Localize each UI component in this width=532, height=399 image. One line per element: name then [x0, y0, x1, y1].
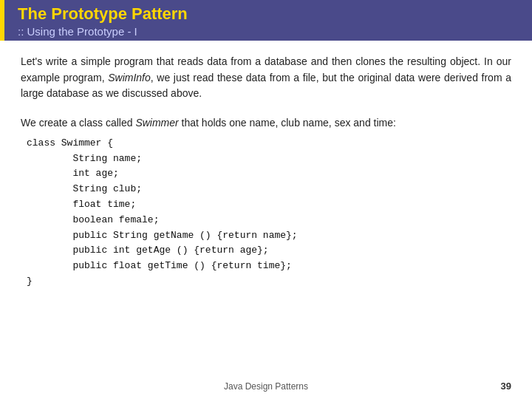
code-line-7: public String getName () {return name};: [27, 228, 511, 244]
paragraph-1: Let's write a simple program that reads …: [21, 54, 511, 102]
code-line-9: public float getTime () {return time};: [27, 259, 511, 274]
code-line-5: float time;: [27, 197, 511, 213]
footer-page: 39: [501, 381, 511, 392]
code-line-10: }: [27, 274, 511, 290]
code-block: class Swimmer { String name; int age; St…: [27, 136, 511, 290]
code-line-4: String club;: [27, 182, 511, 197]
footer-center: Java Design Patterns: [224, 381, 308, 392]
code-line-8: public int getAge () {return age};: [27, 243, 511, 259]
header-bar: The Prototype Pattern :: Using the Proto…: [0, 0, 532, 41]
paragraph-2: We create a class called Swimmer that ho…: [21, 115, 511, 132]
slide-title: The Prototype Pattern: [12, 4, 520, 24]
code-line-3: int age;: [27, 166, 511, 182]
slide-content: Let's write a simple program that reads …: [0, 41, 532, 297]
code-line-6: boolean female;: [27, 213, 511, 228]
code-line-2: String name;: [27, 151, 511, 167]
slide-subtitle: :: Using the Prototype - I: [12, 25, 520, 38]
slide: The Prototype Pattern :: Using the Proto…: [0, 0, 532, 399]
code-line-1: class Swimmer {: [27, 136, 511, 151]
